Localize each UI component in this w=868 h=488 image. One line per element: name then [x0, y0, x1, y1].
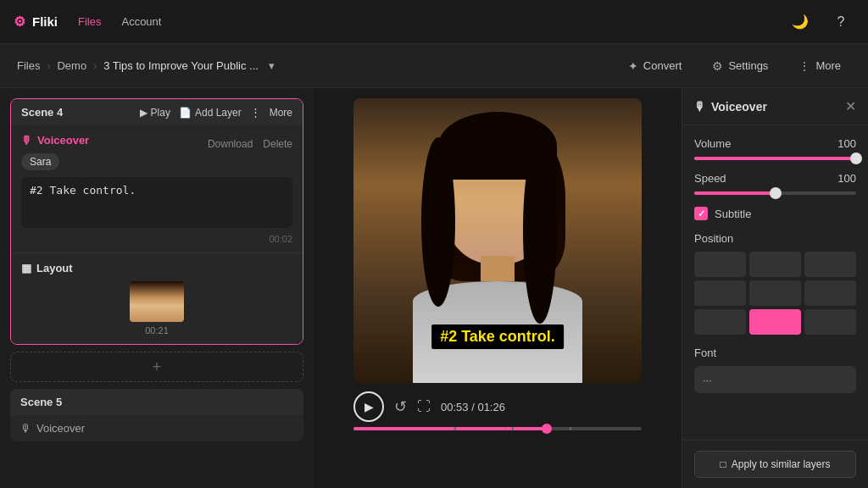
settings-button[interactable]: ⚙ Settings: [702, 54, 778, 78]
dark-mode-toggle[interactable]: 🌙: [787, 8, 814, 36]
play-pause-button[interactable]: ▶: [353, 391, 384, 422]
progress-thumb[interactable]: [542, 424, 552, 434]
scene5-vo-icon: 🎙: [20, 422, 31, 435]
position-cell-4[interactable]: [749, 280, 801, 306]
progress-tick3: [570, 427, 571, 430]
voiceover-text: Voiceover: [37, 134, 89, 147]
scene5-voiceover: 🎙 Voiceover: [10, 415, 303, 441]
subtitle-label: Subtitle: [715, 208, 751, 220]
play-icon: ▶: [140, 107, 147, 119]
convert-icon: ✦: [628, 59, 638, 73]
breadcrumb-files[interactable]: Files: [17, 59, 40, 72]
rp-footer: □ Apply to similar layers: [682, 440, 868, 488]
restart-button[interactable]: ↺: [394, 397, 407, 416]
speed-fill: [694, 191, 776, 195]
voiceover-icon: 🎙: [21, 134, 32, 147]
position-cell-0[interactable]: [694, 252, 746, 277]
breadcrumb-actions: ✦ Convert ⚙ Settings ⋮ More: [618, 54, 851, 78]
position-section: Position: [694, 232, 856, 335]
voiceover-label: 🎙 Voiceover: [21, 134, 89, 147]
position-cell-1[interactable]: [749, 252, 801, 277]
settings-label: Settings: [728, 59, 768, 72]
time-total: 01:26: [477, 401, 505, 413]
progress-track[interactable]: [353, 427, 642, 430]
hair-right: [523, 137, 557, 324]
progress-fill: [353, 427, 547, 430]
more-button[interactable]: ⋮ More: [788, 54, 851, 78]
progress-tick1: [454, 427, 456, 430]
topnav: ⚙ Fliki Files Account 🌙 ?: [0, 0, 868, 44]
subtitle-checkbox[interactable]: ✓: [694, 207, 708, 220]
settings-icon: ⚙: [712, 59, 723, 73]
volume-value: 100: [837, 137, 856, 150]
delete-link[interactable]: Delete: [263, 138, 292, 150]
volume-slider[interactable]: [694, 157, 856, 160]
scene5-header: Scene 5: [10, 389, 303, 415]
time-display: 00:53 / 01:26: [441, 401, 505, 413]
position-cell-2[interactable]: [804, 252, 856, 277]
layout-label: ▦ Layout: [21, 262, 292, 274]
more-icon: ⋮: [798, 59, 810, 73]
breadcrumb-dropdown-icon[interactable]: ▾: [269, 59, 275, 72]
nav-files[interactable]: Files: [78, 15, 101, 28]
thumb-face: [130, 281, 184, 322]
download-link[interactable]: Download: [208, 138, 253, 150]
rp-close-button[interactable]: ✕: [845, 98, 856, 114]
position-cell-7[interactable]: [749, 309, 801, 335]
sep2: ›: [93, 60, 97, 72]
voice-tag[interactable]: Sara: [21, 153, 59, 170]
scene4-header: Scene 4 ▶ Play 📄 Add Layer ⋮ More: [11, 99, 303, 125]
logo-icon: ⚙: [14, 14, 25, 30]
apply-label: Apply to similar layers: [732, 458, 831, 470]
speed-slider[interactable]: [694, 191, 856, 195]
position-cell-3[interactable]: [694, 280, 746, 306]
volume-header: Volume 100: [694, 137, 856, 150]
font-label: Font: [694, 347, 856, 359]
scene4-play-button[interactable]: ▶ Play: [140, 107, 170, 119]
main-layout: Scene 4 ▶ Play 📄 Add Layer ⋮ More 🎙: [0, 88, 868, 488]
voiceover-section: 🎙 Voiceover Download Delete Sara 00:02: [11, 125, 303, 252]
position-cell-5[interactable]: [804, 280, 856, 306]
add-scene-button[interactable]: +: [10, 352, 303, 382]
apply-similar-button[interactable]: □ Apply to similar layers: [694, 451, 856, 478]
rp-title-text: Voiceover: [711, 100, 767, 114]
help-button[interactable]: ?: [827, 8, 854, 36]
speed-thumb[interactable]: [770, 187, 782, 199]
video-player: #2 Take control.: [353, 98, 642, 383]
neck: [481, 256, 515, 281]
breadcrumb-demo[interactable]: Demo: [57, 59, 86, 72]
hair-left: [421, 137, 455, 307]
scene4-more-button[interactable]: ⋮: [250, 106, 261, 119]
checkbox-check-icon: ✓: [698, 208, 705, 219]
add-layer-label: Add Layer: [195, 107, 242, 119]
add-layer-button[interactable]: 📄 Add Layer: [179, 107, 242, 119]
font-selector[interactable]: ···: [694, 366, 856, 393]
scene4-card: Scene 4 ▶ Play 📄 Add Layer ⋮ More 🎙: [10, 98, 303, 345]
volume-thumb[interactable]: [850, 152, 862, 164]
position-cell-6[interactable]: [694, 309, 746, 335]
script-duration: 00:02: [21, 234, 292, 244]
topnav-icons: 🌙 ?: [787, 8, 854, 36]
apply-icon: □: [721, 458, 726, 470]
convert-button[interactable]: ✦ Convert: [618, 54, 693, 78]
script-textarea[interactable]: [21, 177, 292, 228]
font-selector-text: ···: [703, 374, 712, 386]
right-panel: 🎙 Voiceover ✕ Volume 100 Speed: [682, 88, 868, 488]
voiceover-label-row: 🎙 Voiceover Download Delete: [21, 134, 292, 153]
left-panel: Scene 4 ▶ Play 📄 Add Layer ⋮ More 🎙: [0, 88, 314, 488]
time-current: 00:53: [441, 401, 469, 413]
speed-header: Speed 100: [694, 172, 856, 185]
subtitle-row: ✓ Subtitle: [694, 207, 856, 220]
nav-account[interactable]: Account: [121, 15, 161, 28]
rp-icon: 🎙: [694, 100, 706, 114]
layout-thumbnail: 00:21: [21, 281, 292, 336]
more-label: More: [815, 59, 841, 72]
scene5-vo-label: Voiceover: [36, 422, 85, 435]
video-subtitle: #2 Take control.: [431, 324, 564, 349]
fullscreen-button[interactable]: ⛶: [417, 399, 431, 414]
scene5-title: Scene 5: [20, 396, 62, 408]
scene4-title: Scene 4: [21, 106, 63, 119]
position-cell-8[interactable]: [804, 309, 856, 335]
position-grid: [694, 252, 856, 335]
layout-text: Layout: [36, 262, 73, 274]
